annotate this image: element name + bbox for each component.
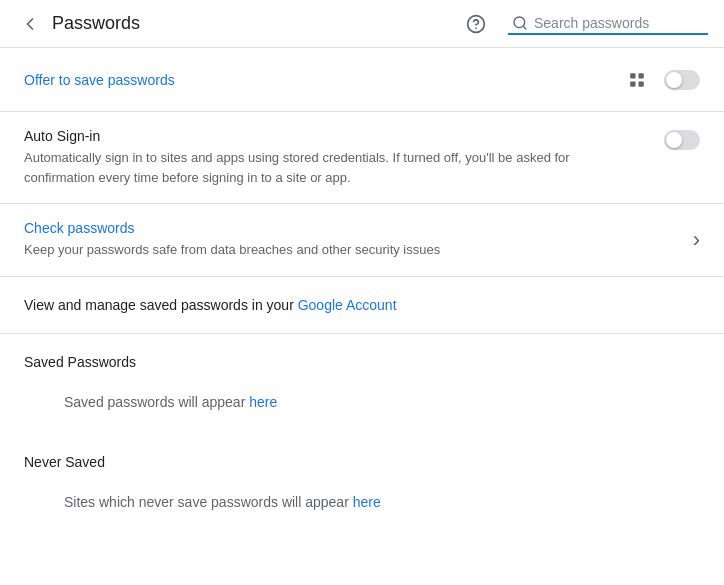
- check-passwords-row[interactable]: Check passwords Keep your passwords safe…: [0, 204, 724, 277]
- saved-passwords-empty-text: Saved passwords will appear: [64, 394, 249, 410]
- content: Offer to save passwords Auto Sign-in Aut…: [0, 48, 724, 534]
- auto-signin-text: Auto Sign-in Automatically sign in to si…: [24, 128, 648, 187]
- search-input[interactable]: [534, 15, 704, 31]
- offer-save-toggle-thumb: [666, 72, 682, 88]
- check-passwords-text: Check passwords Keep your passwords safe…: [24, 220, 693, 260]
- auto-signin-toggle-wrap: [664, 130, 700, 150]
- grid-icon[interactable]: [622, 65, 652, 95]
- search-container: [508, 13, 708, 35]
- svg-line-3: [523, 26, 526, 29]
- check-passwords-actions: ›: [693, 227, 700, 253]
- auto-signin-toggle[interactable]: [664, 130, 700, 150]
- offer-save-title: Offer to save passwords: [24, 72, 175, 88]
- never-saved-empty-state: Sites which never save passwords will ap…: [0, 478, 724, 534]
- offer-save-text: Offer to save passwords: [24, 72, 622, 88]
- svg-rect-6: [630, 81, 635, 86]
- auto-signin-row: Auto Sign-in Automatically sign in to si…: [0, 112, 724, 204]
- auto-signin-title: Auto Sign-in: [24, 128, 648, 144]
- header: Passwords: [0, 0, 724, 48]
- svg-rect-5: [639, 73, 644, 78]
- never-saved-empty-text: Sites which never save passwords will ap…: [64, 494, 353, 510]
- saved-passwords-section-header: Saved Passwords: [0, 334, 724, 378]
- never-saved-section-header: Never Saved: [0, 434, 724, 478]
- offer-save-actions: [622, 65, 700, 95]
- apostrophe: ': [486, 150, 488, 165]
- saved-passwords-empty-state: Saved passwords will appear here: [0, 378, 724, 434]
- offer-save-passwords-row: Offer to save passwords: [0, 48, 724, 112]
- help-icon: [466, 14, 486, 34]
- auto-signin-desc: Automatically sign in to sites and apps …: [24, 148, 644, 187]
- header-actions: [460, 8, 708, 40]
- svg-rect-7: [639, 81, 644, 86]
- saved-passwords-here-link: here: [249, 394, 277, 410]
- auto-signin-toggle-thumb: [666, 132, 682, 148]
- help-button[interactable]: [460, 8, 492, 40]
- check-passwords-desc: Keep your passwords safe from data breac…: [24, 240, 644, 260]
- search-icon: [512, 15, 528, 31]
- check-passwords-title: Check passwords: [24, 220, 693, 236]
- manage-passwords-row: View and manage saved passwords in your …: [0, 277, 724, 334]
- never-saved-here-link: here: [353, 494, 381, 510]
- back-icon: [20, 14, 40, 34]
- chevron-right-icon: ›: [693, 227, 700, 253]
- svg-rect-4: [630, 73, 635, 78]
- google-account-link[interactable]: Google Account: [298, 297, 397, 313]
- back-button[interactable]: [16, 10, 44, 38]
- manage-passwords-text-before: View and manage saved passwords in your: [24, 297, 298, 313]
- page-title: Passwords: [52, 13, 460, 34]
- offer-save-toggle[interactable]: [664, 70, 700, 90]
